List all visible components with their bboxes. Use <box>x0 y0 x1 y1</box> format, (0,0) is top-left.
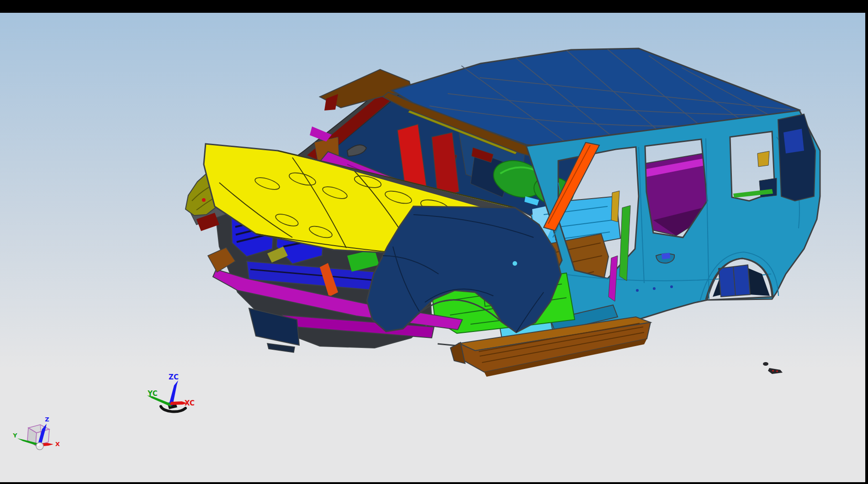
quarter-window-gold-bracket <box>757 151 769 167</box>
debris-red-dot-2 <box>776 370 778 372</box>
door-bolt-1 <box>636 289 639 292</box>
cube-x-label[interactable]: X <box>55 441 60 447</box>
debris-red-dot-1 <box>772 370 774 372</box>
wcs-triad[interactable]: ZC YC XC <box>147 373 195 412</box>
cube-origin-sphere[interactable] <box>36 442 43 450</box>
cube-z-label[interactable]: Z <box>45 416 49 423</box>
wcs-y-label[interactable]: YC <box>147 389 157 398</box>
debris-strip[interactable] <box>768 368 783 374</box>
window-bottom-border <box>192 482 868 484</box>
model-scene: ZC YC XC Z Y X <box>0 13 865 482</box>
view-cube-triad[interactable]: Z Y X <box>12 416 60 450</box>
front-airdam-step <box>267 343 295 352</box>
d-pillar-blue-insert <box>783 129 804 153</box>
door-handle-blue-insert <box>662 253 670 259</box>
door-bolt-2 <box>653 287 656 290</box>
cube-origin-sphere-highlight <box>37 444 40 446</box>
wcs-x-label[interactable]: XC <box>185 399 195 407</box>
fender-teal-hole <box>513 261 517 266</box>
window-right-border <box>865 0 868 484</box>
fender-red-dot <box>202 198 206 202</box>
d-pillar-dark-window <box>778 114 815 201</box>
debris-dot[interactable] <box>763 362 768 366</box>
wcs-z-label[interactable]: ZC <box>169 373 179 381</box>
window-top-bar <box>0 0 868 13</box>
cad-application-window: ZC YC XC Z Y X <box>0 0 868 484</box>
loose-parts[interactable] <box>763 362 783 374</box>
door-bolt-3 <box>670 285 673 288</box>
cube-y-label[interactable]: Y <box>12 432 17 439</box>
graphics-viewport[interactable]: ZC YC XC Z Y X <box>0 13 865 482</box>
